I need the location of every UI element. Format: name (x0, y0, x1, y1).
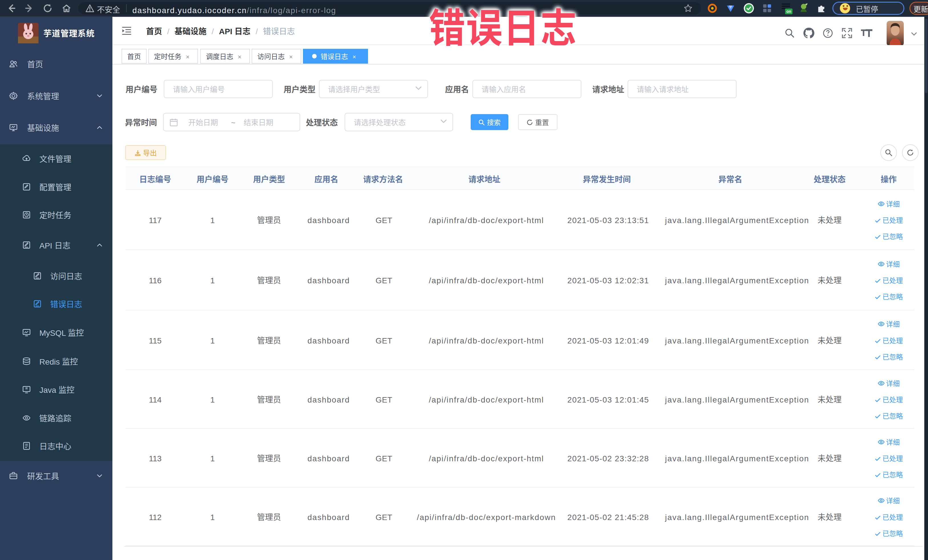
svg-text:on: on (786, 9, 791, 14)
